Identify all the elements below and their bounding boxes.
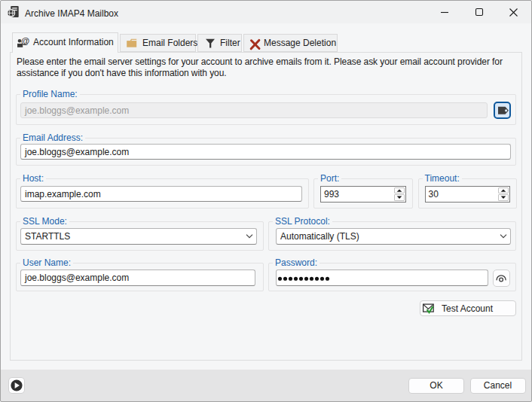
svg-text:@: @: [21, 36, 29, 45]
